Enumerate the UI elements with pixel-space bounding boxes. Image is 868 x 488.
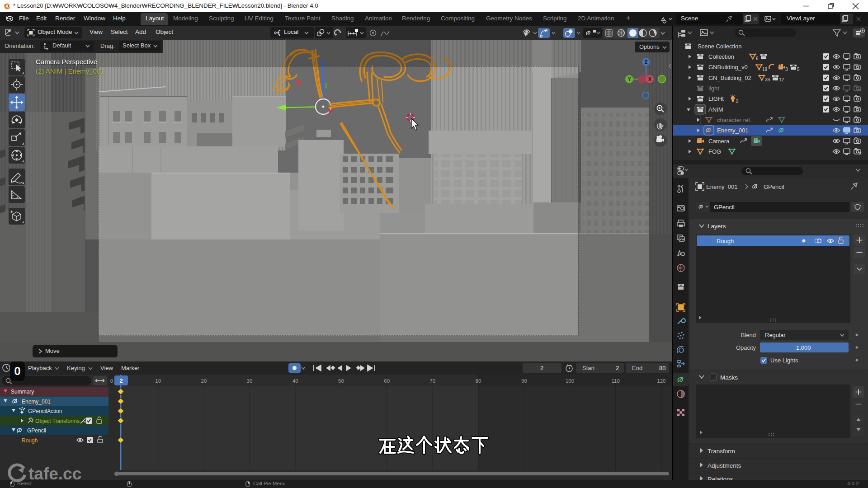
svg-text:50: 50 xyxy=(338,378,344,384)
svg-text:0: 0 xyxy=(110,378,113,384)
svg-text:Y: Y xyxy=(628,77,631,82)
svg-text:6: 6 xyxy=(756,56,759,61)
svg-text:End: End xyxy=(632,365,642,371)
svg-text:2: 2 xyxy=(736,99,739,103)
svg-text:LIGHt: LIGHt xyxy=(708,95,724,102)
svg-text:X: X xyxy=(648,77,651,82)
svg-text:20: 20 xyxy=(201,378,207,384)
svg-text:Summary: Summary xyxy=(11,389,34,395)
svg-text:Start: Start xyxy=(582,365,595,371)
svg-text:2: 2 xyxy=(616,365,619,371)
svg-text:Enemy_001: Enemy_001 xyxy=(706,183,737,190)
svg-text:Rough: Rough xyxy=(717,238,734,244)
svg-text:Adjustments: Adjustments xyxy=(708,462,741,469)
svg-text:2: 2 xyxy=(540,365,543,371)
svg-text:100: 100 xyxy=(566,378,574,384)
svg-text:ANIM: ANIM xyxy=(708,106,723,113)
svg-text:Z: Z xyxy=(645,60,647,65)
svg-text:Playback: Playback xyxy=(28,365,52,371)
svg-text:Layers: Layers xyxy=(708,223,726,230)
svg-text:38: 38 xyxy=(765,77,770,82)
svg-text:Rough: Rough xyxy=(22,437,38,444)
svg-text:GPencil: GPencil xyxy=(714,204,735,211)
svg-text:Enemy_001: Enemy_001 xyxy=(22,399,51,405)
svg-text:Enemy_001: Enemy_001 xyxy=(717,127,748,134)
svg-text:1.000: 1.000 xyxy=(796,344,811,351)
svg-text:Transform: Transform xyxy=(708,448,735,455)
svg-text:Object Transforms: Object Transforms xyxy=(35,418,80,424)
svg-text:5: 5 xyxy=(797,67,800,72)
svg-text:70: 70 xyxy=(430,378,436,384)
svg-text:110: 110 xyxy=(612,378,620,384)
svg-text:light: light xyxy=(708,85,719,92)
svg-text:Relations: Relations xyxy=(708,476,733,480)
svg-text:Blend: Blend xyxy=(741,332,756,338)
svg-text:60: 60 xyxy=(384,378,390,384)
svg-text:Collection: Collection xyxy=(708,53,734,60)
svg-text:Regular: Regular xyxy=(765,332,786,338)
svg-text:GN_Building_02: GN_Building_02 xyxy=(708,75,751,81)
svg-text:30: 30 xyxy=(247,378,253,384)
svg-text:80: 80 xyxy=(659,365,665,371)
svg-text:Camera: Camera xyxy=(708,138,730,145)
svg-text:Use Lights: Use Lights xyxy=(770,357,798,364)
svg-text:Keying: Keying xyxy=(67,365,85,371)
svg-text:2: 2 xyxy=(120,378,123,384)
svg-text:Scene Collection: Scene Collection xyxy=(698,43,742,50)
svg-text:Masks: Masks xyxy=(720,374,738,381)
svg-text:40: 40 xyxy=(292,378,298,384)
svg-text:tafe.cc: tafe.cc xyxy=(28,465,81,483)
svg-text:GPencil: GPencil xyxy=(764,183,784,190)
svg-text:12: 12 xyxy=(779,77,784,82)
svg-text:character ref.: character ref. xyxy=(717,117,752,123)
svg-text:FOG: FOG xyxy=(708,148,721,155)
svg-text:3: 3 xyxy=(785,67,788,72)
svg-text:80: 80 xyxy=(476,378,481,384)
svg-text:120: 120 xyxy=(657,378,665,384)
svg-text:GPencilAction: GPencilAction xyxy=(28,408,62,414)
svg-text:GPencil: GPencil xyxy=(27,427,46,434)
svg-text:90: 90 xyxy=(521,378,527,384)
svg-text:19: 19 xyxy=(762,67,768,72)
svg-text:Opacity: Opacity xyxy=(736,344,756,351)
svg-text:GNBuilding_v0: GNBuilding_v0 xyxy=(708,64,748,70)
svg-text:View: View xyxy=(100,365,113,371)
svg-text:Marker: Marker xyxy=(121,365,140,371)
svg-text:10: 10 xyxy=(155,378,161,384)
